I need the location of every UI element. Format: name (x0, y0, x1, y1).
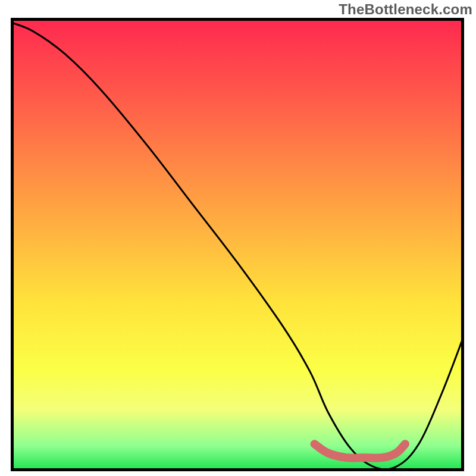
main-curve (11, 23, 464, 469)
plot-area (11, 18, 464, 471)
chart-container: TheBottleneck.com (0, 0, 476, 476)
curve-layer (11, 18, 464, 471)
marker-band (315, 444, 405, 458)
watermark-text: TheBottleneck.com (339, 1, 472, 18)
